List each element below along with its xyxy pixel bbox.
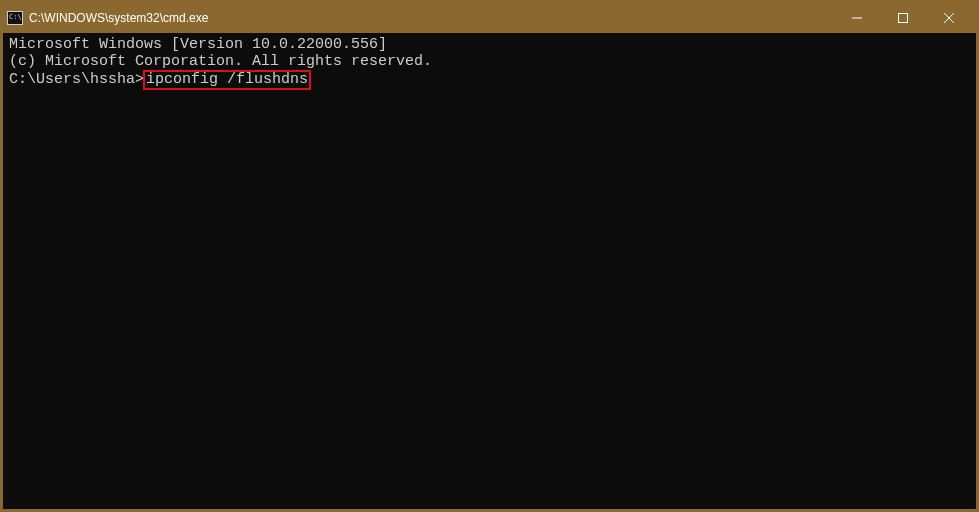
close-button[interactable] xyxy=(926,3,972,33)
window-controls xyxy=(834,3,972,33)
svg-text:C:\: C:\ xyxy=(9,13,22,21)
maximize-button[interactable] xyxy=(880,3,926,33)
window-title: C:\WINDOWS\system32\cmd.exe xyxy=(29,11,834,25)
terminal-prompt-line: C:\Users\hssha>ipconfig /flushdns xyxy=(9,70,970,90)
cmd-window: C:\ C:\WINDOWS\system32\cmd.exe Microsof… xyxy=(0,0,979,512)
titlebar[interactable]: C:\ C:\WINDOWS\system32\cmd.exe xyxy=(3,3,976,33)
cmd-icon: C:\ xyxy=(7,10,23,26)
svg-rect-3 xyxy=(899,14,908,23)
terminal-line: (c) Microsoft Corporation. All rights re… xyxy=(9,54,970,71)
terminal-line: Microsoft Windows [Version 10.0.22000.55… xyxy=(9,37,970,54)
command-text: ipconfig /flushdns xyxy=(146,71,308,88)
minimize-button[interactable] xyxy=(834,3,880,33)
command-highlight: ipconfig /flushdns xyxy=(143,70,311,90)
prompt-text: C:\Users\hssha> xyxy=(9,71,144,88)
terminal-area[interactable]: Microsoft Windows [Version 10.0.22000.55… xyxy=(3,33,976,509)
